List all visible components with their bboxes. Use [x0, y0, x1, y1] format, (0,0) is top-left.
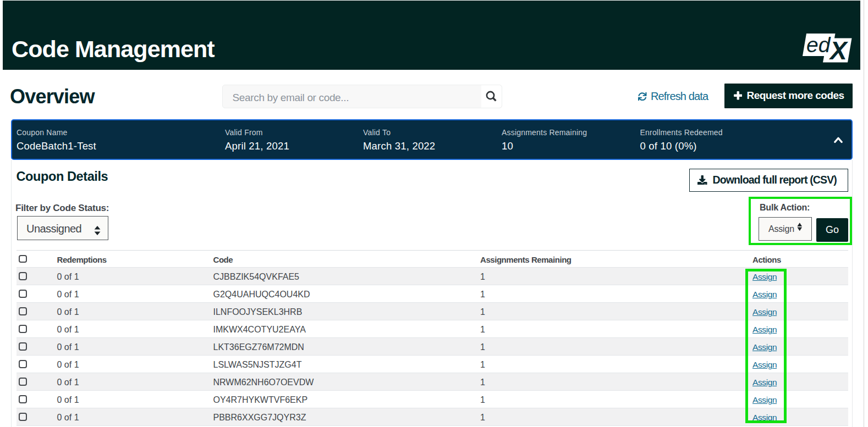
svg-text:ed: ed [806, 33, 831, 57]
svg-text:X: X [828, 36, 848, 64]
